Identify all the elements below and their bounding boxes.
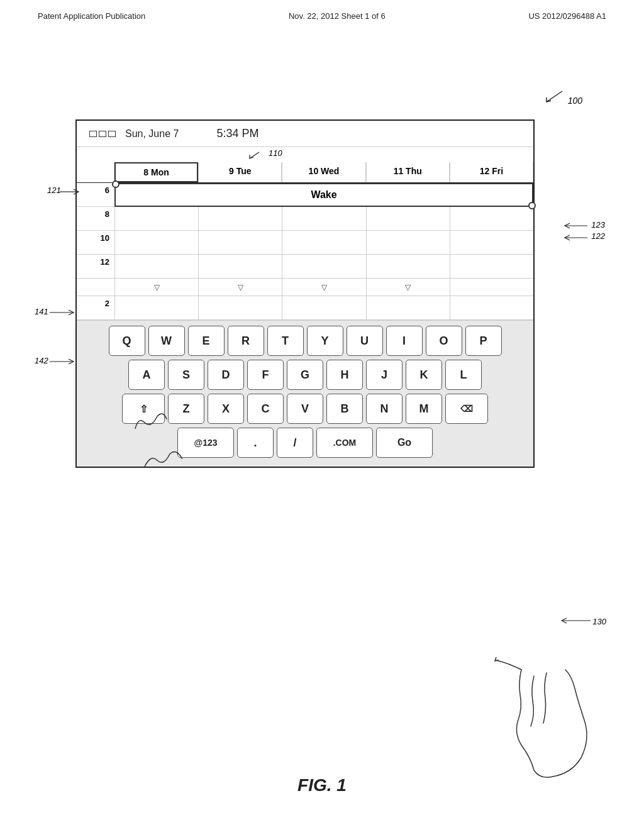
cell-8-wed[interactable]	[282, 207, 365, 230]
cell-8-thu[interactable]	[366, 207, 450, 230]
key-e[interactable]: E	[188, 326, 225, 356]
squiggle-w	[132, 410, 170, 435]
cell-10-fri[interactable]	[450, 231, 533, 254]
cell-12-tue[interactable]	[198, 255, 282, 278]
svg-line-0	[547, 91, 562, 102]
key-v[interactable]: V	[287, 394, 323, 424]
day-header-fri[interactable]: 12 Fri	[450, 162, 533, 182]
squiggle-s	[142, 448, 186, 473]
cell-8-fri[interactable]	[450, 207, 533, 230]
ref-121-arrow	[60, 187, 82, 196]
keyboard-row-1: Q W E R T Y U I O P	[80, 326, 530, 356]
key-y[interactable]: Y	[307, 326, 343, 356]
day-headers: 8 Mon 9 Tue 10 Wed 11 Thu 12 Fri	[77, 162, 533, 183]
cell-10-mon[interactable]	[114, 231, 198, 254]
key-l[interactable]: L	[445, 360, 482, 390]
patent-right: US 2012/0296488 A1	[528, 11, 606, 21]
cell-8-mon[interactable]	[114, 207, 198, 230]
time-row-12: 12	[77, 255, 533, 279]
key-com[interactable]: .COM	[316, 428, 373, 458]
key-c[interactable]: C	[247, 394, 284, 424]
header-empty-cell	[77, 162, 114, 182]
patent-header: Patent Application Publication Nov. 22, …	[0, 0, 644, 27]
calendar-section: 110 8 Mon 9 Tue 10 Wed 11 Thu 12 Fr	[77, 147, 533, 321]
time-label-2: 2	[77, 296, 114, 319]
fig-label: FIG. 1	[297, 775, 347, 795]
cell-12-fri[interactable]	[450, 255, 533, 278]
day-header-thu[interactable]: 11 Thu	[366, 162, 450, 182]
status-icons	[89, 131, 116, 137]
key-j[interactable]: J	[366, 360, 402, 390]
key-f[interactable]: F	[247, 360, 284, 390]
cell-2-tue[interactable]	[198, 296, 282, 319]
ref-122-arrow	[562, 234, 587, 241]
cell-12-wed[interactable]	[282, 255, 365, 278]
key-g[interactable]: G	[287, 360, 323, 390]
key-u[interactable]: U	[347, 326, 383, 356]
ref-100-label: 100	[568, 96, 582, 106]
key-go[interactable]: Go	[376, 428, 433, 458]
key-q[interactable]: Q	[109, 326, 145, 356]
scroll-label-empty	[77, 279, 114, 296]
key-d[interactable]: D	[208, 360, 244, 390]
scroll-thu[interactable]: ▽	[366, 279, 450, 296]
svg-line-1	[250, 152, 259, 158]
key-slash[interactable]: /	[277, 428, 313, 458]
cell-8-tue[interactable]	[198, 207, 282, 230]
scroll-wed[interactable]: ▽	[282, 279, 365, 296]
time-label-10: 10	[77, 231, 114, 254]
day-header-mon[interactable]: 8 Mon	[114, 162, 198, 182]
cell-2-mon[interactable]	[114, 296, 198, 319]
keyboard-section: Q W E R T Y U I O P A S D F G H J K L ⇧ …	[77, 321, 533, 467]
key-m[interactable]: M	[406, 394, 442, 424]
key-t[interactable]: T	[267, 326, 304, 356]
ref-110-arrow	[247, 150, 265, 161]
status-bar: Sun, June 7 5:34 PM	[77, 121, 533, 147]
patent-left: Patent Application Publication	[38, 11, 145, 21]
cell-2-fri[interactable]	[450, 296, 533, 319]
scroll-fri	[450, 279, 533, 296]
day-header-wed[interactable]: 10 Wed	[282, 162, 365, 182]
key-w[interactable]: W	[148, 326, 185, 356]
key-p[interactable]: P	[465, 326, 502, 356]
cell-12-mon[interactable]	[114, 255, 198, 278]
patent-center: Nov. 22, 2012 Sheet 1 of 6	[289, 11, 386, 21]
ref-123-arrow	[562, 222, 587, 230]
hand-annotation	[484, 657, 597, 783]
wake-handle-top[interactable]	[112, 180, 119, 188]
key-at123[interactable]: @123	[177, 428, 234, 458]
key-z[interactable]: Z	[168, 394, 204, 424]
time-row-2: 2	[77, 296, 533, 320]
key-k[interactable]: K	[406, 360, 442, 390]
ref-142-arrow	[50, 357, 78, 366]
cell-2-wed[interactable]	[282, 296, 365, 319]
cell-12-thu[interactable]	[366, 255, 450, 278]
time-label-12: 12	[77, 255, 114, 278]
scroll-row: ▽ ▽ ▽ ▽	[77, 279, 533, 296]
scroll-mon[interactable]: ▽	[114, 279, 198, 296]
wake-handle-bottom[interactable]	[528, 202, 536, 209]
key-backspace[interactable]: ⌫	[445, 394, 488, 424]
key-s[interactable]: S	[168, 360, 204, 390]
key-o[interactable]: O	[426, 326, 462, 356]
time-label-8: 8	[77, 207, 114, 230]
wake-event[interactable]: Wake	[114, 183, 533, 207]
key-r[interactable]: R	[228, 326, 264, 356]
key-a[interactable]: A	[128, 360, 165, 390]
cell-10-thu[interactable]	[366, 231, 450, 254]
key-h[interactable]: H	[326, 360, 363, 390]
day-header-tue[interactable]: 9 Tue	[198, 162, 282, 182]
cell-10-wed[interactable]	[282, 231, 365, 254]
ref-123-label: 123	[591, 220, 605, 230]
key-i[interactable]: I	[386, 326, 423, 356]
cell-10-tue[interactable]	[198, 231, 282, 254]
key-b[interactable]: B	[326, 394, 363, 424]
time-row-10: 10	[77, 231, 533, 255]
key-x[interactable]: X	[208, 394, 244, 424]
cell-2-thu[interactable]	[366, 296, 450, 319]
ref-122-label: 122	[591, 231, 605, 241]
key-dot[interactable]: .	[237, 428, 274, 458]
scroll-tue[interactable]: ▽	[198, 279, 282, 296]
time-row-8: 8	[77, 207, 533, 231]
key-n[interactable]: N	[366, 394, 402, 424]
